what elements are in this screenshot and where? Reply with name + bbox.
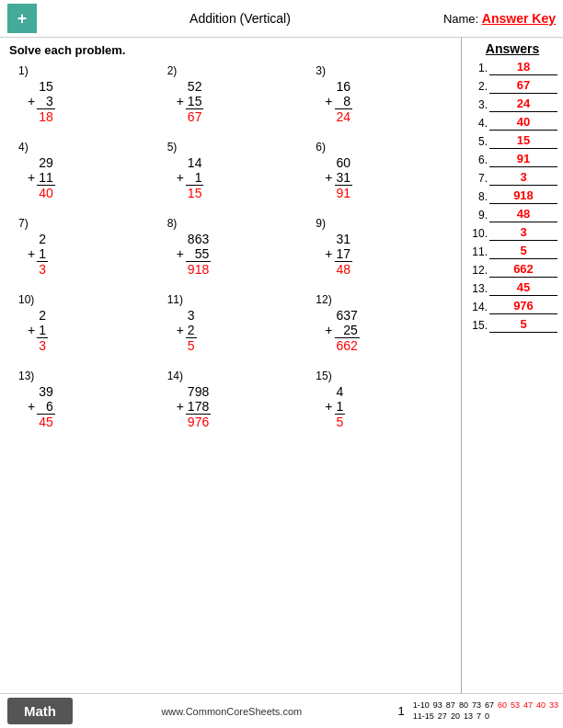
problem-number: 10) [18,293,34,306]
page-title: Addition (Vertical) [37,11,443,26]
problems-area: Solve each problem. 1) 15 + 3 18 2) [0,38,462,700]
problem-number: 9) [316,217,326,230]
problem-number: 2) [167,64,178,77]
answer-item-num: 5. [467,135,488,148]
answer-item-val: 3 [489,170,557,186]
problem-answer: 15 [186,186,204,201]
problem-table: 29 + 11 40 [26,155,55,200]
problem-answer: 918 [186,262,211,278]
bottom-number: 1 [37,323,48,338]
top-number: 863 [186,232,211,246]
problem-item: 7) 2 + 1 3 [9,217,155,277]
answer-row: 14. 976 [467,299,557,314]
bottom-number: 1 [186,170,204,186]
answer-item-num: 8. [467,190,488,203]
answer-item-val: 662 [489,262,557,278]
header: + Addition (Vertical) Name: Answer Key [0,0,563,38]
problem-table: 798 + 178 976 [175,384,212,429]
answer-item-num: 2. [467,80,488,93]
problem-number: 6) [316,141,326,154]
problem-answer: 5 [335,415,346,430]
answer-item-num: 14. [467,301,488,313]
bottom-number: 8 [335,94,353,109]
problem-table: 863 + 55 918 [175,232,212,277]
top-number: 52 [186,79,204,94]
answer-item-num: 3. [467,98,488,111]
answer-item-num: 10. [467,227,488,240]
problem-answer: 976 [186,415,211,430]
answer-item-val: 18 [489,60,557,75]
footer: Math www.CommonCoreSheets.com 1 1-10 93 … [0,693,563,728]
problem-table: 15 + 3 18 [26,79,55,124]
problem-item: 11) 3 + 2 5 [158,293,304,353]
problem-answer: 18 [37,109,55,125]
answer-item-val: 67 [489,78,557,94]
footer-stats: 1-10 93 87 80 73 67 60 53 47 40 33 11-15… [412,700,559,722]
answer-row: 4. 40 [467,115,557,131]
problem-answer: 662 [335,338,360,354]
math-badge: Math [7,698,73,724]
stats-row2: 11-15 27 20 13 7 0 [412,711,559,722]
answer-row: 15. 5 [467,317,557,333]
problem-table: 31 + 17 48 [323,232,352,277]
problem-item: 15) 4 + 1 5 [306,370,452,429]
answers-column: Answers 1. 18 2. 67 3. 24 4. 40 5. 15 6.… [462,38,563,700]
problem-item: 3) 16 + 8 24 [306,64,452,124]
answer-row: 6. 91 [467,152,557,167]
top-number: 637 [335,308,360,323]
problems-grid: 1) 15 + 3 18 2) 52 [9,64,452,429]
answer-item-val: 5 [489,244,557,259]
problem-number: 14) [167,370,183,382]
problem-answer: 48 [335,262,353,278]
answer-item-num: 4. [467,117,488,130]
top-number: 15 [37,79,55,94]
problem-table: 52 + 15 67 [175,79,204,124]
answer-row: 5. 15 [467,133,557,149]
problem-item: 8) 863 + 55 918 [158,217,304,277]
problem-table: 2 + 1 3 [26,232,48,277]
answer-item-val: 48 [489,207,557,222]
top-number: 16 [335,79,353,94]
bottom-number: 3 [37,94,55,109]
problem-answer: 40 [37,186,55,201]
top-number: 39 [37,384,55,399]
problem-item: 12) 637 + 25 662 [306,293,452,353]
problem-number: 12) [316,293,331,306]
problem-number: 13) [18,370,34,382]
bottom-number: 15 [186,94,204,109]
bottom-number: 2 [186,323,197,338]
problem-table: 637 + 25 662 [323,308,360,353]
bottom-number: 25 [335,323,360,338]
problem-table: 2 + 1 3 [26,308,48,353]
top-number: 31 [335,232,353,246]
problem-item: 5) 14 + 1 15 [158,141,304,200]
top-number: 14 [186,155,204,170]
answer-item-num: 12. [467,264,488,277]
top-number: 2 [37,232,48,246]
problem-table: 3 + 2 5 [175,308,197,353]
problem-item: 13) 39 + 6 45 [9,370,155,429]
bottom-number: 11 [37,170,55,186]
footer-website: www.CommonCoreSheets.com [73,706,391,717]
answer-item-val: 91 [489,152,557,167]
answer-row: 2. 67 [467,78,557,94]
problem-item: 6) 60 + 31 91 [306,141,452,200]
answer-item-val: 5 [489,317,557,333]
problem-item: 2) 52 + 15 67 [158,64,304,124]
problem-answer: 45 [37,415,55,430]
problem-table: 14 + 1 15 [175,155,204,200]
problem-number: 15) [316,370,331,382]
problem-number: 7) [18,217,29,230]
bottom-number: 178 [186,399,211,415]
problem-number: 8) [167,217,178,230]
answer-item-num: 1. [467,62,488,74]
answer-item-val: 40 [489,115,557,131]
answer-item-val: 45 [489,280,557,296]
problem-item: 1) 15 + 3 18 [9,64,155,124]
answer-item-num: 6. [467,154,488,166]
answer-row: 10. 3 [467,225,557,241]
answer-row: 11. 5 [467,244,557,259]
answer-item-num: 7. [467,172,488,185]
instruction-text: Solve each problem. [9,43,452,57]
top-number: 29 [37,155,55,170]
